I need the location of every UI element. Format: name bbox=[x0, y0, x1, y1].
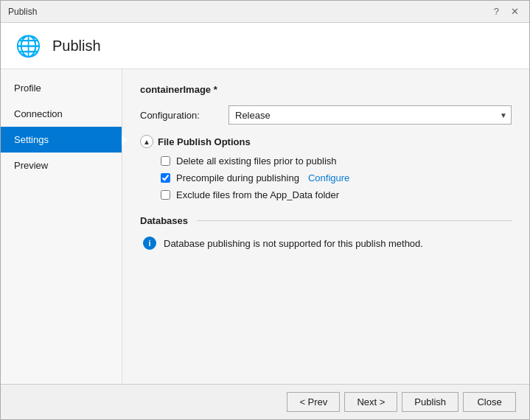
close-title-button[interactable]: ✕ bbox=[508, 6, 522, 17]
delete-files-checkbox[interactable] bbox=[161, 156, 170, 166]
sidebar: Profile Connection Settings Preview bbox=[1, 69, 122, 384]
databases-title: Databases bbox=[140, 215, 188, 226]
collapse-icon[interactable]: ▲ bbox=[140, 135, 153, 148]
prev-button[interactable]: < Prev bbox=[287, 392, 340, 412]
config-label: Configuration: bbox=[140, 110, 229, 121]
file-publish-options-header[interactable]: ▲ File Publish Options bbox=[140, 135, 512, 148]
precompile-label: Precompile during publishing bbox=[176, 172, 299, 183]
precompile-checkbox[interactable] bbox=[161, 173, 170, 183]
header: 🌐 Publish bbox=[1, 23, 529, 69]
databases-section: Databases i Database publishing is not s… bbox=[140, 215, 512, 250]
titlebar-controls: ? ✕ bbox=[491, 6, 522, 17]
option-precompile: Precompile during publishing Configure bbox=[161, 172, 512, 183]
sidebar-item-profile[interactable]: Profile bbox=[1, 75, 122, 101]
option-exclude-appdata: Exclude files from the App_Data folder bbox=[161, 189, 512, 200]
info-text: Database publishing is not supported for… bbox=[164, 238, 423, 249]
info-icon: i bbox=[143, 237, 156, 250]
sidebar-item-connection[interactable]: Connection bbox=[1, 101, 122, 127]
option-delete-files: Delete all existing files prior to publi… bbox=[161, 155, 512, 167]
config-select[interactable]: Release Debug bbox=[229, 105, 512, 125]
databases-divider bbox=[197, 220, 512, 221]
sidebar-item-settings[interactable]: Settings bbox=[1, 127, 122, 153]
options-list: Delete all existing files prior to publi… bbox=[161, 155, 512, 200]
file-publish-options-title: File Publish Options bbox=[158, 136, 251, 147]
info-row: i Database publishing is not supported f… bbox=[143, 237, 512, 250]
globe-icon: 🌐 bbox=[14, 32, 42, 60]
footer: < Prev Next > Publish Close bbox=[1, 384, 529, 419]
configure-link[interactable]: Configure bbox=[308, 172, 349, 183]
exclude-appdata-label: Exclude files from the App_Data folder bbox=[176, 189, 339, 200]
next-button[interactable]: Next > bbox=[344, 392, 397, 412]
exclude-appdata-checkbox[interactable] bbox=[161, 190, 170, 200]
close-button[interactable]: Close bbox=[463, 392, 516, 412]
help-button[interactable]: ? bbox=[491, 6, 502, 17]
content-area: containerImage * Configuration: Release … bbox=[122, 69, 529, 384]
titlebar: Publish ? ✕ bbox=[1, 1, 529, 23]
header-title: Publish bbox=[52, 38, 101, 55]
config-select-wrapper: Release Debug ▼ bbox=[229, 105, 512, 125]
titlebar-title: Publish bbox=[8, 7, 37, 17]
publish-button[interactable]: Publish bbox=[402, 392, 458, 412]
databases-header: Databases bbox=[140, 215, 512, 226]
config-row: Configuration: Release Debug ▼ bbox=[140, 105, 512, 125]
body: Profile Connection Settings Preview cont… bbox=[1, 69, 529, 384]
delete-files-label: Delete all existing files prior to publi… bbox=[176, 155, 337, 167]
sidebar-item-preview[interactable]: Preview bbox=[1, 153, 122, 178]
section-title: containerImage * bbox=[140, 84, 512, 95]
sidebar-arrow-icon bbox=[122, 135, 128, 145]
publish-dialog: Publish ? ✕ 🌐 Publish Profile Connection… bbox=[0, 0, 530, 420]
